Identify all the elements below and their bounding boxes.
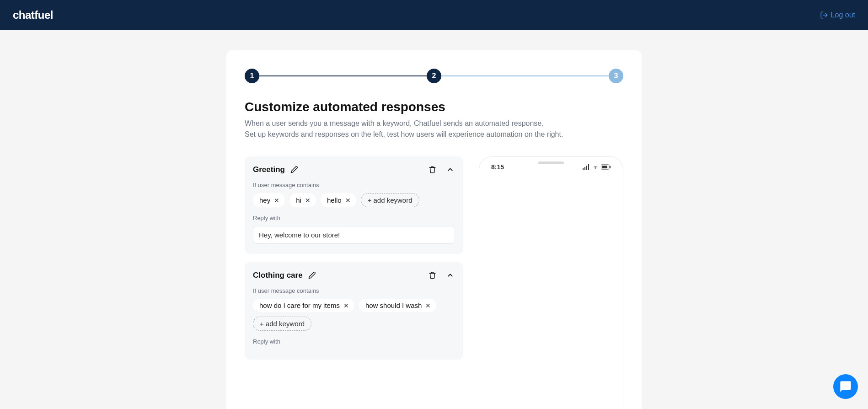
- if-contains-label: If user message contains: [253, 182, 455, 188]
- phone-status-bar: 8:15: [483, 161, 619, 172]
- trash-icon: [429, 166, 436, 173]
- svg-rect-1: [583, 168, 584, 170]
- rule-header: Greeting: [253, 165, 455, 174]
- keyword-chip[interactable]: how should I wash✕: [359, 299, 436, 312]
- pencil-icon: [290, 166, 298, 173]
- rules-column: Greeting: [245, 156, 463, 409]
- remove-keyword-icon[interactable]: ✕: [305, 197, 311, 204]
- rule-title: Clothing care: [253, 271, 303, 280]
- delete-rule-button[interactable]: [428, 270, 437, 280]
- page-title: Customize automated responses: [245, 100, 623, 114]
- chat-icon: [839, 380, 852, 393]
- delete-rule-button[interactable]: [428, 165, 437, 174]
- step-2[interactable]: 2: [427, 69, 441, 83]
- collapse-rule-button[interactable]: [445, 165, 455, 174]
- rule-title: Greeting: [253, 165, 285, 174]
- add-keyword-button[interactable]: + add keyword: [361, 193, 419, 207]
- step-1[interactable]: 1: [245, 69, 259, 83]
- remove-keyword-icon[interactable]: ✕: [343, 302, 349, 309]
- logout-label: Log out: [831, 11, 855, 19]
- collapse-rule-button[interactable]: [445, 270, 455, 280]
- intercom-launcher[interactable]: [833, 374, 858, 399]
- keyword-chip[interactable]: how do I care for my items✕: [253, 299, 354, 312]
- keyword-chip[interactable]: hi✕: [289, 193, 316, 207]
- svg-rect-7: [602, 166, 607, 168]
- app-header: chatfuel Log out: [0, 0, 868, 30]
- brand-logo: chatfuel: [13, 9, 53, 22]
- if-contains-label: If user message contains: [253, 287, 455, 294]
- rule-card-greeting: Greeting: [245, 156, 463, 254]
- phone-status-icons: [583, 164, 611, 170]
- add-keyword-button[interactable]: + add keyword: [253, 317, 311, 331]
- logout-icon: [820, 11, 828, 19]
- svg-rect-4: [588, 164, 589, 170]
- phone-time: 8:15: [491, 163, 504, 171]
- remove-keyword-icon[interactable]: ✕: [345, 197, 351, 204]
- content-columns: Greeting: [245, 156, 623, 409]
- wifi-icon: [592, 164, 599, 170]
- signal-icon: [583, 164, 590, 170]
- svg-rect-3: [586, 166, 587, 170]
- svg-rect-2: [584, 167, 585, 170]
- main-card: 1 2 3 Customize automated responses When…: [226, 50, 642, 409]
- svg-point-5: [595, 169, 596, 169]
- chevron-up-icon: [446, 271, 454, 279]
- keyword-chips: how do I care for my items✕ how should I…: [253, 299, 455, 331]
- reply-input[interactable]: [253, 226, 455, 244]
- phone-preview: 8:15 Type in a message with any: [479, 156, 623, 409]
- reply-with-label: Reply with: [253, 338, 455, 345]
- edit-rule-button[interactable]: [289, 165, 299, 174]
- keyword-chips: hey✕ hi✕ hello✕ + add keyword: [253, 193, 455, 207]
- step-3[interactable]: 3: [609, 69, 623, 83]
- progress-stepper: 1 2 3: [245, 69, 623, 83]
- svg-rect-8: [610, 166, 611, 168]
- rule-card-clothing-care: Clothing care: [245, 262, 463, 360]
- logout-button[interactable]: Log out: [820, 11, 855, 19]
- preview-column: 8:15 Type in a message with any: [479, 156, 623, 409]
- remove-keyword-icon[interactable]: ✕: [274, 197, 279, 204]
- step-line-1: [259, 75, 427, 76]
- rule-header: Clothing care: [253, 270, 455, 280]
- chevron-up-icon: [446, 166, 454, 173]
- reply-with-label: Reply with: [253, 215, 455, 221]
- step-line-2: [441, 75, 609, 76]
- keyword-chip[interactable]: hey✕: [253, 193, 285, 207]
- trash-icon: [429, 271, 436, 279]
- battery-icon: [601, 164, 611, 170]
- page-subtitle: When a user sends you a message with a k…: [245, 118, 623, 140]
- remove-keyword-icon[interactable]: ✕: [425, 302, 431, 309]
- pencil-icon: [308, 271, 316, 279]
- edit-rule-button[interactable]: [307, 270, 317, 280]
- keyword-chip[interactable]: hello✕: [321, 193, 356, 207]
